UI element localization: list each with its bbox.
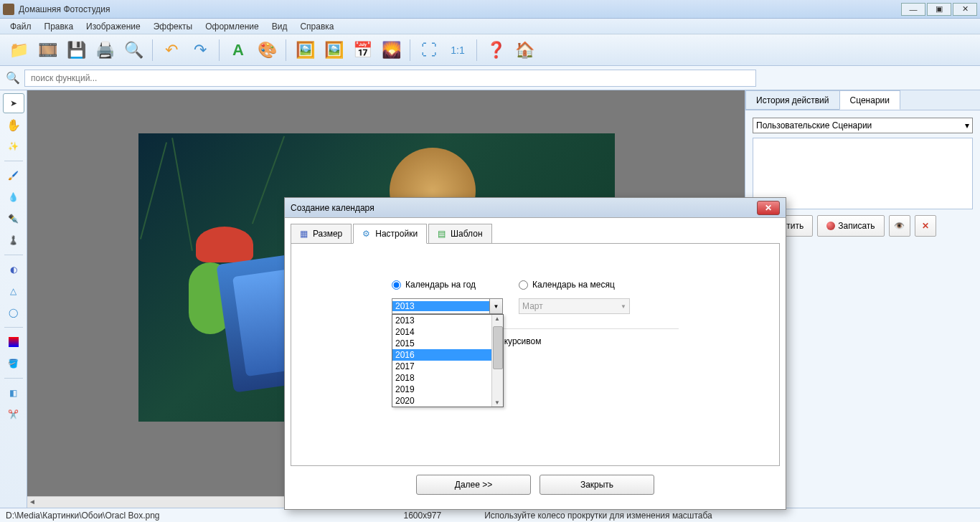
tool-blur[interactable]: 💧 (3, 187, 24, 207)
hide-button[interactable]: 👁️ (889, 215, 910, 237)
chevron-down-icon: ▾ (965, 120, 969, 130)
year-option[interactable]: 2019 (392, 384, 503, 395)
calendar-button[interactable]: 📅 (349, 37, 375, 63)
open-button[interactable]: 📁 (6, 37, 32, 63)
tool-fill[interactable]: 🪣 (3, 353, 24, 374)
year-dropdown: 20132014201520162017201820192020 ▲ ▼ (392, 314, 504, 407)
menu-image[interactable]: Изображение (80, 20, 146, 33)
tool-hand[interactable]: ✋ (3, 115, 24, 135)
dialog-title: Создание календаря (291, 203, 757, 213)
dialog-tab-size-label: Размер (313, 229, 342, 239)
record-button-label: Записать (838, 221, 875, 231)
text-button[interactable]: A (225, 37, 251, 63)
delete-button[interactable]: ✕ (915, 215, 936, 237)
image-button[interactable]: 🖼️ (292, 37, 318, 63)
tool-gradient[interactable] (3, 332, 24, 352)
toolbar: 📁 🎞️ 💾 🖨️ 🔍 ↶ ↷ A 🎨 🖼️ 🖼️ 📅 🌄 ⛶ 1:1 ❓ 🏠 (0, 34, 980, 66)
template-icon: ▤ (438, 229, 448, 239)
month-select-value: Март (522, 301, 543, 311)
zoom-button[interactable]: 🔍 (121, 37, 146, 63)
close-button[interactable]: Закрыть (540, 475, 654, 495)
search-icon: 🔍 (6, 71, 20, 85)
year-option[interactable]: 2020 (392, 395, 503, 407)
scenarios-dropdown-value: Пользовательские Сценарии (756, 120, 872, 130)
status-hint: Используйте колесо прокрутки для изменен… (484, 511, 712, 521)
tool-eraser[interactable]: ◧ (3, 383, 24, 403)
year-select-value: 2013 (392, 301, 489, 311)
tool-palette: ➤ ✋ ✨ 🖌️ 💧 ✒️ ♟️ ◐ △ ◯ 🪣 ◧ ✂️ (0, 90, 27, 508)
year-dropdown-scrollbar[interactable]: ▲ ▼ (491, 315, 503, 407)
menu-view[interactable]: Вид (266, 20, 293, 33)
menu-edit[interactable]: Правка (39, 20, 80, 33)
tool-arrow[interactable]: ➤ (3, 93, 24, 113)
year-option[interactable]: 2017 (392, 361, 503, 372)
help-button[interactable]: ❓ (483, 37, 509, 63)
settings-icon: ⚙ (362, 229, 372, 239)
year-option[interactable]: 2016 (392, 349, 503, 361)
menu-design[interactable]: Оформление (199, 20, 264, 33)
tab-scenarios[interactable]: Сценарии (839, 90, 900, 110)
year-option[interactable]: 2013 (392, 315, 503, 326)
maximize-button[interactable]: ▣ (927, 3, 951, 16)
search-input[interactable] (24, 70, 756, 87)
statusbar: D:\Media\Картинки\Обои\Oracl Box.png 160… (0, 508, 980, 522)
year-option[interactable]: 2014 (392, 326, 503, 338)
redo-button[interactable]: ↷ (187, 37, 213, 63)
menu-file[interactable]: Файл (4, 20, 37, 33)
actual-size-button[interactable]: 1:1 (445, 37, 471, 63)
fit-button[interactable]: ⛶ (416, 37, 442, 63)
radio-year-input[interactable] (392, 280, 401, 290)
chevron-down-icon: ▼ (621, 303, 626, 310)
dialog-titlebar[interactable]: Создание календаря ✕ (285, 198, 786, 218)
tool-crop[interactable]: ✂️ (3, 404, 24, 424)
dialog-tab-settings[interactable]: ⚙ Настройки (353, 224, 427, 244)
home-button[interactable]: 🏠 (512, 37, 537, 63)
radio-year[interactable]: Календарь на год (392, 280, 476, 290)
year-select[interactable]: 2013 ▼ 20132014201520162017201820192020 … (392, 298, 503, 314)
tool-dodge[interactable]: ◯ (3, 303, 24, 323)
year-option[interactable]: 2018 (392, 372, 503, 384)
menu-effects[interactable]: Эффекты (148, 20, 199, 33)
frame-button[interactable]: 🖼️ (321, 37, 347, 63)
radio-month-input[interactable] (519, 280, 528, 290)
titlebar: Домашняя Фотостудия — ▣ ✕ (0, 0, 980, 19)
year-option[interactable]: 2015 (392, 338, 503, 349)
radio-month[interactable]: Календарь на месяц (519, 280, 615, 290)
next-button[interactable]: Далее >> (416, 475, 531, 495)
close-button[interactable]: ✕ (953, 3, 977, 16)
status-dims: 1600x977 (404, 511, 442, 521)
dialog-tab-template[interactable]: ▤ Шаблон (428, 224, 491, 244)
dialog-tab-settings-label: Настройки (375, 229, 418, 239)
scenarios-dropdown[interactable]: Пользовательские Сценарии ▾ (753, 118, 973, 133)
film-button[interactable]: 🎞️ (34, 37, 60, 63)
undo-button[interactable]: ↶ (159, 37, 184, 63)
tool-stamp[interactable]: ♟️ (3, 230, 24, 250)
dialog-tab-size[interactable]: ▦ Размер (291, 224, 352, 244)
dialog-tab-template-label: Шаблон (451, 229, 482, 239)
app-title: Домашняя Фотостудия (19, 4, 110, 14)
record-icon (826, 222, 835, 230)
tool-pen[interactable]: ✒️ (3, 209, 24, 229)
palette-button[interactable]: 🎨 (254, 37, 280, 63)
save-button[interactable]: 💾 (63, 37, 89, 63)
status-path: D:\Media\Картинки\Обои\Oracl Box.png (6, 511, 160, 521)
tool-sharpen[interactable]: △ (3, 281, 24, 301)
postcard-button[interactable]: 🌄 (378, 37, 404, 63)
minimize-button[interactable]: — (901, 3, 925, 16)
record-button[interactable]: Записать (817, 215, 884, 237)
chevron-down-icon[interactable]: ▼ (489, 299, 502, 313)
searchbar: 🔍 (0, 66, 980, 90)
tool-brush[interactable]: 🖌️ (3, 166, 24, 186)
dialog-close-button[interactable]: ✕ (757, 201, 780, 215)
menubar: Файл Правка Изображение Эффекты Оформлен… (0, 19, 980, 34)
tool-contrast[interactable]: ◐ (3, 260, 24, 280)
tab-history[interactable]: История действий (745, 90, 840, 110)
calendar-dialog: Создание календаря ✕ ▦ Размер ⚙ Настройк… (284, 197, 786, 510)
print-button[interactable]: 🖨️ (92, 37, 118, 63)
grid-icon: ▦ (300, 229, 310, 239)
menu-help[interactable]: Справка (294, 20, 339, 33)
radio-month-label: Календарь на месяц (532, 280, 615, 290)
eye-off-icon: 👁️ (894, 221, 905, 231)
tool-wand[interactable]: ✨ (3, 136, 24, 156)
month-select: Март ▼ (519, 298, 630, 314)
